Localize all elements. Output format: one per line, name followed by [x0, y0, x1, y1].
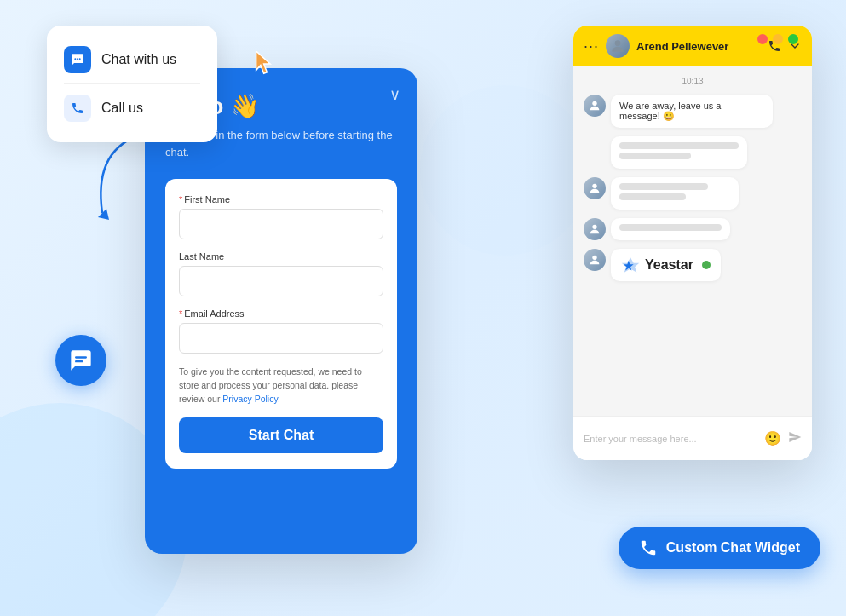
email-label: *Email Address: [179, 308, 383, 319]
last-name-input[interactable]: [179, 266, 383, 296]
skeleton-row-1: [584, 136, 802, 169]
svg-point-0: [74, 58, 76, 60]
chat-option-label: Chat with us: [101, 52, 176, 67]
yeastar-logo: Yeastar: [621, 256, 711, 274]
chat-ui-panel: ··· Arend Pellewever 10:13 We are away: [573, 26, 812, 460]
minimize-dot[interactable]: [773, 34, 783, 44]
chat-input-bar: Enter your message here... 🙂: [573, 416, 812, 460]
privacy-text: To give you the content requested, we ne…: [179, 366, 383, 406]
user-avatar: [606, 34, 630, 58]
cursor-arrow: [251, 51, 277, 77]
first-name-input[interactable]: [179, 209, 383, 239]
emoji-icon[interactable]: 🙂: [764, 430, 781, 446]
user-name: Arend Pellewever: [636, 40, 761, 53]
yeastar-star-icon: [621, 256, 640, 274]
chat-body: 10:13 We are away, leave us a message! 😀: [573, 66, 812, 416]
svg-marker-4: [98, 209, 109, 220]
tooltip-popup: Chat with us Call us: [47, 26, 217, 142]
yeastar-brand-text: Yeastar: [645, 257, 693, 273]
svg-point-2: [79, 58, 81, 60]
email-input[interactable]: [179, 323, 383, 354]
custom-widget-label: Custom Chat Widget: [666, 540, 800, 556]
svg-point-8: [592, 225, 596, 229]
chat-widget-button[interactable]: [55, 335, 106, 386]
chat-option[interactable]: Chat with us: [64, 39, 200, 84]
agent-avatar-3: [584, 218, 606, 240]
chat-header: ··· Arend Pellewever: [573, 26, 812, 66]
form-card: *First Name Last Name *Email Address To …: [165, 179, 397, 469]
menu-dots-icon[interactable]: ···: [584, 37, 599, 55]
agent-avatar-4: [584, 249, 606, 271]
svg-marker-3: [256, 51, 271, 73]
chevron-down-icon[interactable]: ∨: [389, 85, 400, 104]
privacy-policy-link[interactable]: Privacy Policy.: [222, 394, 280, 404]
expand-dot[interactable]: [788, 34, 798, 44]
svg-point-5: [615, 40, 621, 46]
phone-widget-icon: [639, 538, 658, 557]
phone-icon: [64, 95, 91, 122]
chat-icon: [64, 46, 91, 73]
away-message-row: We are away, leave us a message! 😀: [584, 95, 802, 128]
yeastar-bubble: Yeastar: [611, 249, 721, 281]
skeleton-bubble-3: [611, 218, 730, 240]
svg-point-9: [592, 256, 596, 260]
timestamp: 10:13: [584, 77, 802, 86]
agent-avatar-2: [584, 177, 606, 199]
agent-row-3: [584, 218, 802, 240]
window-controls: [757, 34, 798, 44]
agent-avatar-1: [584, 95, 606, 117]
input-icons: 🙂: [764, 430, 802, 446]
yeastar-row: Yeastar: [584, 249, 802, 281]
start-chat-button[interactable]: Start Chat: [179, 417, 383, 453]
call-option[interactable]: Call us: [64, 88, 200, 129]
left-curved-arrow: [85, 128, 153, 239]
close-dot[interactable]: [757, 34, 768, 44]
first-name-label: *First Name: [179, 194, 383, 204]
message-input-placeholder[interactable]: Enter your message here...: [584, 434, 764, 444]
send-icon[interactable]: [788, 430, 802, 444]
skeleton-bubble-1: [611, 136, 747, 169]
custom-chat-widget-button[interactable]: Custom Chat Widget: [619, 527, 820, 569]
svg-point-7: [592, 184, 596, 188]
agent-row-2: [584, 177, 802, 210]
online-indicator: [702, 261, 711, 269]
call-option-label: Call us: [101, 101, 143, 116]
last-name-label: Last Name: [179, 251, 383, 262]
skeleton-bubble-2: [611, 177, 739, 210]
svg-point-1: [77, 58, 78, 60]
away-message-bubble: We are away, leave us a message! 😀: [611, 95, 773, 128]
svg-point-6: [592, 101, 596, 106]
